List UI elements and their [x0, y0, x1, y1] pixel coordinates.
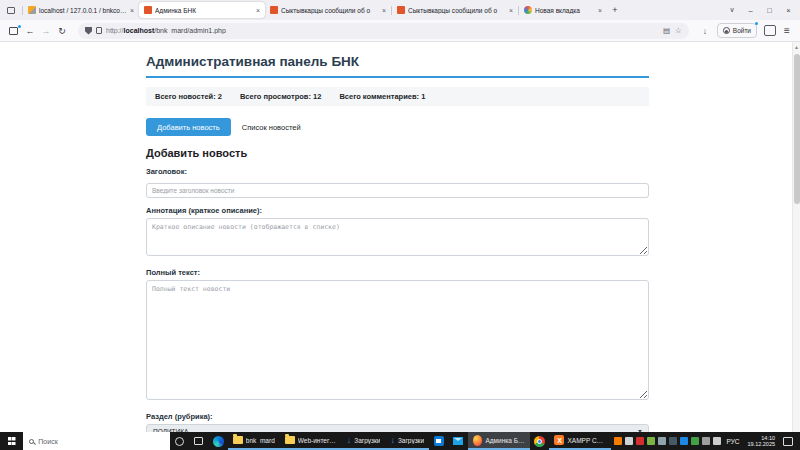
display-tray-icon[interactable] — [702, 437, 710, 445]
sidebar-toggle-icon[interactable] — [5, 23, 22, 39]
taskbar-folder-web-integra[interactable]: Web-интегра... — [280, 432, 342, 450]
microsoft-store-button[interactable] — [429, 432, 448, 450]
back-button[interactable]: ← — [22, 23, 38, 39]
mail-icon — [453, 437, 463, 445]
taskbar-downloads-2[interactable]: ↓ Загрузки — [385, 432, 429, 450]
notification-dot — [755, 22, 758, 25]
tray-app-icon[interactable] — [647, 437, 655, 445]
taskbar-firefox-active[interactable]: Админка БНК... — [468, 432, 530, 450]
taskbar-folder-bnk-mard[interactable]: bnk_mard — [228, 432, 280, 450]
extensions-icon[interactable] — [764, 25, 776, 36]
yandex-tray-icon[interactable] — [636, 437, 644, 445]
list-all-tabs-icon[interactable]: ∨ — [723, 6, 741, 14]
volume-icon[interactable] — [713, 437, 721, 445]
start-button[interactable] — [0, 432, 23, 450]
close-icon[interactable]: × — [598, 7, 602, 14]
taskbar-xampp[interactable]: X XAMPP Cont... — [549, 432, 611, 450]
search-icon — [29, 439, 34, 444]
taskbar-clock[interactable]: 14:10 19.12.2025 — [745, 435, 779, 448]
search-placeholder: Поиск — [38, 438, 57, 445]
tray-app-icon[interactable] — [669, 437, 677, 445]
firefox-view-icon[interactable] — [2, 2, 20, 18]
xampp-tray-icon[interactable] — [614, 437, 622, 445]
xampp-icon: X — [554, 435, 564, 445]
reader-mode-icon[interactable]: ▤ — [663, 26, 670, 35]
tab-admin-bnk[interactable]: Админка БНК × — [139, 2, 265, 18]
title-label: Заголовок: — [146, 167, 649, 176]
tab-news-1[interactable]: Сыктывкарцы сообщили об о × — [265, 2, 391, 18]
tray-app-icon[interactable] — [691, 437, 699, 445]
bnk-favicon — [144, 6, 152, 14]
browser-tab-strip: localhost / 127.0.0.1 / bnkcom2 × Админк… — [0, 0, 800, 20]
category-selected-value: ПОЛИТИКА — [153, 428, 188, 432]
downloads-icon[interactable]: ↓ — [697, 26, 713, 36]
maximize-button[interactable]: □ — [760, 1, 779, 19]
download-arrow-icon: ↓ — [390, 436, 395, 444]
category-select[interactable]: ПОЛИТИКА — [146, 424, 649, 432]
close-icon[interactable]: × — [509, 7, 513, 14]
tray-app-icon[interactable] — [625, 437, 633, 445]
stat-total-comments: Всего комментариев: 1 — [339, 92, 425, 101]
close-icon[interactable]: × — [256, 7, 260, 14]
menu-icon[interactable]: ≡ — [779, 25, 795, 36]
system-tray: РУС 14:10 19.12.2025 — [611, 432, 800, 450]
stat-total-views: Всего просмотров: 12 — [240, 92, 321, 101]
page-info-icon[interactable] — [96, 27, 102, 34]
url-host: localhost — [124, 27, 155, 34]
stat-total-news: Всего новостей: 2 — [155, 92, 222, 101]
chrome-icon — [534, 436, 545, 447]
taskbar: Поиск bnk_mard Web-интегра... ↓ Загрузки… — [0, 432, 800, 450]
new-tab-favicon — [524, 6, 532, 14]
tab-add-news[interactable]: Добавить новость — [146, 118, 231, 136]
scroll-up-icon[interactable]: ▲ — [793, 42, 800, 50]
browser-toolbar: ← → ↻ http://localhost/bnk_mard/admin1.p… — [0, 20, 800, 42]
cortana-icon — [175, 437, 184, 446]
form-heading: Добавить новость — [146, 147, 649, 159]
url-scheme: http:// — [106, 27, 124, 34]
firefox-view-glyph — [7, 7, 15, 14]
tab-phpmyadmin[interactable]: localhost / 127.0.0.1 / bnkcom2 × — [23, 2, 139, 18]
phpmyadmin-favicon — [28, 6, 36, 14]
annotation-textarea[interactable] — [146, 218, 649, 256]
url-bar[interactable]: http://localhost/bnk_mard/admin1.php ▤ ☆ — [78, 23, 689, 39]
tray-app-icon[interactable] — [680, 437, 688, 445]
close-icon[interactable]: × — [382, 7, 386, 14]
forward-button[interactable]: → — [38, 23, 54, 39]
taskbar-search[interactable]: Поиск — [23, 432, 169, 450]
chevron-down-icon — [638, 430, 642, 432]
minimize-button[interactable]: – — [741, 1, 760, 19]
language-indicator[interactable]: РУС — [724, 438, 741, 445]
scrollbar-thumb[interactable] — [794, 54, 800, 204]
edge-icon — [213, 436, 224, 447]
cortana-button[interactable] — [170, 432, 189, 450]
reload-button[interactable]: ↻ — [54, 23, 70, 39]
page-scrollbar[interactable]: ▲ — [792, 42, 800, 432]
tray-app-icon[interactable] — [658, 437, 666, 445]
annotation-label: Аннотация (краткое описание): — [146, 206, 649, 215]
task-view-icon — [194, 437, 203, 445]
chrome-button[interactable] — [530, 432, 549, 450]
bnk-favicon — [397, 6, 405, 14]
tab-news-2[interactable]: Сыктывкарцы сообщили об о × — [392, 2, 518, 18]
tab-news-list[interactable]: Список новостей — [231, 118, 312, 136]
close-icon[interactable]: × — [130, 7, 134, 14]
store-icon — [434, 436, 444, 446]
app-label: XAMPP Cont... — [567, 437, 606, 444]
shield-icon[interactable] — [85, 27, 92, 35]
tab-title: Админка БНК — [155, 7, 253, 14]
mail-button[interactable] — [449, 432, 468, 450]
admin-panel-content: Административная панель БНК Всего новост… — [146, 42, 649, 432]
app-label: Загрузки — [398, 437, 424, 444]
edge-button[interactable] — [208, 432, 227, 450]
action-center-icon[interactable] — [783, 437, 793, 446]
fulltext-textarea[interactable] — [146, 280, 649, 400]
bookmark-star-icon[interactable]: ☆ — [675, 26, 682, 35]
task-view-button[interactable] — [189, 432, 208, 450]
taskbar-downloads-1[interactable]: ↓ Загрузки — [342, 432, 386, 450]
window-close-button[interactable]: × — [779, 1, 798, 19]
account-login-button[interactable]: Войти — [717, 23, 757, 38]
new-tab-button[interactable]: + — [607, 2, 623, 18]
url-path: /bnk_mard/admin1.php — [154, 27, 226, 34]
tab-new-tab[interactable]: Новая вкладка × — [519, 2, 607, 18]
title-input[interactable] — [146, 183, 649, 198]
